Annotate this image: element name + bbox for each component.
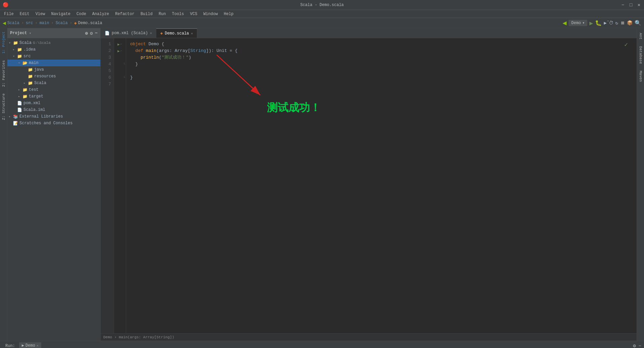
folder-icon: 📁 — [28, 74, 33, 79]
tree-item-idea[interactable]: ▸ 📁 .idea — [7, 46, 100, 53]
tab-demo-close[interactable]: ✕ — [191, 31, 193, 36]
line-numbers: 1 2 3 4 5 6 7 — [101, 38, 114, 333]
tree-item-resources[interactable]: 📁 resources — [7, 73, 100, 80]
maximize-button[interactable]: □ — [629, 3, 633, 7]
tree-item-main[interactable]: ▾ 📂 main — [7, 60, 100, 66]
tab-demo[interactable]: ◆ Demo.scala ✕ — [156, 28, 197, 38]
stop-button[interactable]: ⏹ — [620, 20, 625, 26]
sidebar: Project ▾ ⊕ ⚙ − ▾ 📁 Scala G:\Scala ▸ 📁 .… — [7, 28, 101, 341]
code-line-2: def main(args: Array[String]): Unit = { — [130, 48, 633, 54]
success-annotation-text: 测试成功！ — [267, 105, 321, 112]
run-tab-label: Demo — [25, 343, 35, 348]
debug-button[interactable]: 🐛 — [595, 20, 602, 26]
breadcrumb-file[interactable]: Demo.scala — [78, 21, 102, 25]
code-line-5 — [130, 68, 633, 74]
menu-window[interactable]: Window — [201, 11, 220, 17]
tree-label-scala-sub: Scala — [34, 81, 46, 85]
gutter-line-7 — [114, 81, 126, 88]
menu-build[interactable]: Build — [138, 11, 155, 17]
sidebar-settings-icon[interactable]: ⚙ — [90, 30, 93, 36]
reload-button[interactable]: ↻ — [615, 20, 618, 26]
tab-pom[interactable]: 📄 pom.xml (Scala) ✕ — [101, 28, 156, 38]
tree-item-src[interactable]: ▾ 📁 src — [7, 53, 100, 60]
breadcrumb-main[interactable]: main — [40, 21, 49, 25]
minimize-button[interactable]: − — [621, 3, 625, 7]
tree-label-scalaiml: Scala.iml — [23, 108, 45, 112]
tree-path: G:\Scala — [33, 41, 51, 45]
code-line-7 — [130, 81, 633, 88]
tree-item-pom[interactable]: 📄 pom.xml — [7, 100, 100, 107]
menu-run[interactable]: Run — [156, 11, 169, 17]
settings-icon[interactable]: ⚙ — [633, 343, 636, 348]
menu-tools[interactable]: Tools — [169, 11, 187, 17]
menu-help[interactable]: Help — [221, 11, 236, 17]
tree-label-pom: pom.xml — [23, 101, 40, 106]
right-tab-ant[interactable]: Ant — [638, 31, 643, 42]
tab-demo-label: Demo.scala — [165, 31, 189, 36]
tree-item-test[interactable]: ▸ 📁 test — [7, 86, 100, 93]
search-everywhere-button[interactable]: 🔍 — [635, 20, 641, 26]
folder-icon: 📁 — [17, 54, 22, 59]
breadcrumb-scala2[interactable]: Scala — [56, 21, 68, 25]
tree-label-main: main — [29, 61, 39, 65]
sidebar-tab-structure[interactable]: Z: Structure — [1, 91, 6, 122]
lib-icon: 📚 — [13, 114, 18, 119]
close-button[interactable]: ✕ — [637, 3, 641, 7]
window-title: Scala - Demo.scala — [300, 3, 344, 7]
tab-pom-close[interactable]: ✕ — [150, 31, 152, 35]
sidebar-header: Project ▾ ⊕ ⚙ − — [7, 28, 100, 38]
run-button[interactable]: ▶ — [589, 19, 593, 27]
gutter-line-3 — [114, 54, 126, 61]
tree-item-scalaiml[interactable]: 📄 Scala.iml — [7, 107, 100, 113]
sidebar-collapse-icon[interactable]: − — [95, 30, 98, 36]
gutter-line-1: ▶ ⌐ — [114, 41, 126, 48]
right-tab-database[interactable]: Database — [638, 44, 643, 66]
fold-gutter-4: └ — [123, 63, 125, 66]
run-tab-close[interactable]: ✕ — [37, 344, 39, 348]
tree-arrow: ▾ — [18, 61, 22, 65]
back-nav-icon[interactable]: ◀ — [562, 19, 567, 27]
menu-navigate[interactable]: Navigate — [48, 11, 73, 17]
menu-refactor[interactable]: Refactor — [112, 11, 137, 17]
tree-item-scala-sub[interactable]: ▸ 📁 Scala — [7, 80, 100, 86]
tree-item-extlibs[interactable]: ▸ 📚 External Libraries — [7, 113, 100, 120]
menu-code[interactable]: Code — [74, 11, 89, 17]
line-num-2: 2 — [101, 48, 111, 54]
menu-analyze[interactable]: Analyze — [90, 11, 112, 17]
run-gutter-icon[interactable]: ▶ — [117, 42, 120, 47]
bottom-tab-run[interactable]: ▶ Demo ✕ — [19, 342, 41, 348]
tree-item-scratches[interactable]: 📝 Scratches and Consoles — [7, 120, 100, 127]
sidebar-tab-project[interactable]: 1: Project — [1, 29, 6, 56]
tree-item-java[interactable]: 📁 java — [7, 66, 100, 73]
tree-label-scala-root: Scala — [19, 41, 32, 45]
code-content[interactable]: object Demo { def main(args: Array[Strin… — [126, 38, 637, 333]
menu-file[interactable]: File — [1, 11, 16, 17]
run-gutter-icon-2[interactable]: ▶ — [117, 49, 120, 53]
sidebar-locate-icon[interactable]: ⊕ — [85, 30, 88, 36]
menu-edit[interactable]: Edit — [17, 11, 32, 17]
profile-button[interactable]: ⏱ — [609, 20, 613, 26]
tab-pom-icon: 📄 — [105, 31, 110, 36]
gutter: ▶ ⌐ ▶ ⌐ └ └ — [114, 38, 126, 333]
sidebar-tab-favorites[interactable]: 2: Favorites — [1, 58, 6, 89]
left-panel-tabs: 1: Project 2: Favorites Z: Structure — [0, 28, 7, 341]
checkmark-icon: ✓ — [624, 41, 628, 48]
tree-item-scala-root[interactable]: ▾ 📁 Scala G:\Scala — [7, 40, 100, 46]
menu-vcs[interactable]: VCS — [187, 11, 200, 17]
title-bar-center: Scala - Demo.scala — [300, 3, 344, 7]
run-config-selector[interactable]: Demo ▾ — [569, 20, 587, 26]
breadcrumb-icon-scala: ◆ — [74, 20, 77, 26]
build-artifact-button[interactable]: 📦 — [627, 20, 633, 26]
menu-view[interactable]: View — [33, 11, 48, 17]
breadcrumb-src[interactable]: src — [26, 21, 33, 25]
tree-item-target[interactable]: ▸ 📁 target — [7, 93, 100, 100]
back-button[interactable]: ◀ — [3, 20, 6, 26]
tree-label-scratches: Scratches and Consoles — [19, 121, 72, 126]
iml-icon: 📄 — [17, 107, 22, 113]
coverage-button[interactable]: ▶̈ — [604, 20, 606, 26]
right-tab-maven[interactable]: Maven — [638, 69, 643, 84]
minimize-panel-icon[interactable]: − — [639, 343, 641, 348]
line-num-7: 7 — [101, 81, 111, 88]
breadcrumb-scala[interactable]: Scala — [7, 21, 19, 25]
title-bar-left: 🔴 — [3, 2, 8, 8]
